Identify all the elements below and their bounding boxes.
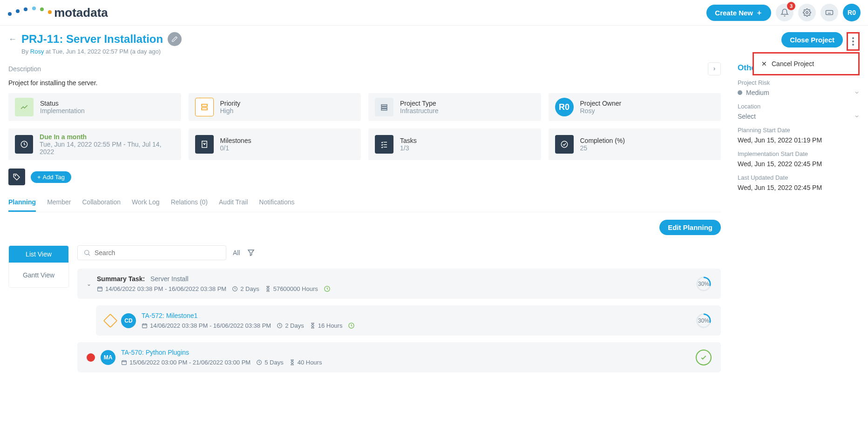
task-avatar: MA	[101, 350, 115, 365]
milestone-icon	[195, 135, 214, 154]
cancel-project-item[interactable]: ✕ Cancel Project	[761, 60, 851, 67]
project-type-card[interactable]: Project Type Infrastructure	[368, 93, 541, 121]
collapse-toggle[interactable]: ⌄	[87, 281, 91, 287]
calendar-icon	[97, 286, 103, 292]
description-label: Description	[8, 65, 41, 73]
keyboard-button[interactable]	[821, 4, 838, 21]
svg-point-4	[852, 44, 854, 46]
chevron-down-icon	[854, 114, 860, 119]
close-project-button[interactable]: Close Project	[781, 32, 843, 47]
priority-icon	[195, 98, 214, 116]
svg-rect-5	[202, 104, 207, 107]
clock-icon	[15, 135, 33, 154]
project-tabs: Planning Member Collaboration Work Log R…	[8, 194, 721, 212]
topbar: motadata Create New ＋ 3 R0	[0, 0, 868, 26]
calendar-icon	[142, 323, 148, 329]
tab-relations[interactable]: Relations (0)	[171, 194, 208, 212]
svg-rect-20	[142, 324, 147, 328]
filter-all-label: All	[233, 249, 240, 256]
svg-point-3	[852, 40, 854, 42]
milestone-task-card[interactable]: CD TA-572: Milestone1 14/06/2022 03:38 P…	[96, 305, 721, 336]
dots-vertical-icon	[852, 37, 854, 46]
plus-icon: ＋	[756, 8, 763, 17]
cancel-project-label: Cancel Project	[772, 60, 814, 67]
edit-planning-button[interactable]: Edit Planning	[659, 220, 721, 235]
layers-icon	[375, 98, 393, 116]
tab-notifications[interactable]: Notifications	[259, 194, 294, 212]
check-icon	[700, 354, 707, 361]
other-info-panel: Other Info Project Risk Medium Location …	[729, 57, 860, 379]
calendar-icon	[121, 359, 127, 365]
collapse-sidebar-button[interactable]	[708, 62, 721, 75]
settings-button[interactable]	[798, 4, 816, 21]
project-owner-card[interactable]: R0 Project Owner Rosy	[549, 93, 721, 121]
svg-rect-9	[381, 109, 387, 110]
tab-worklog[interactable]: Work Log	[132, 194, 160, 212]
project-risk-select[interactable]: Medium	[738, 89, 860, 96]
create-new-button[interactable]: Create New ＋	[706, 5, 771, 21]
task-card[interactable]: MA TA-570: Python Plugins 15/06/2022 03:…	[77, 342, 721, 372]
check-circle-icon	[555, 135, 574, 154]
add-tag-button[interactable]: + Add Tag	[31, 171, 71, 183]
svg-rect-1	[826, 11, 833, 15]
tasks-card[interactable]: Tasks 1/3	[368, 128, 541, 160]
svg-point-14	[85, 250, 89, 255]
svg-rect-8	[381, 107, 387, 108]
search-icon	[83, 249, 91, 256]
clock-icon	[256, 359, 262, 365]
more-actions-button[interactable]	[847, 32, 860, 51]
tag-icon	[8, 169, 25, 185]
pencil-icon	[171, 36, 178, 42]
notification-button[interactable]: 3	[776, 4, 793, 21]
hourglass-icon	[289, 359, 295, 365]
user-avatar[interactable]: R0	[843, 4, 861, 21]
clock-green-icon	[324, 285, 331, 292]
project-header: ← PRJ-11: Server Installation By Rosy at…	[8, 32, 860, 55]
gantt-view-option[interactable]: Gantt View	[9, 263, 68, 287]
view-switch: List View Gantt View	[8, 245, 69, 288]
svg-rect-7	[381, 105, 387, 106]
filter-icon[interactable]	[247, 249, 255, 257]
completion-card[interactable]: Completion (%) 25	[549, 128, 721, 160]
byline-author[interactable]: Rosy	[30, 48, 44, 55]
trend-icon	[15, 98, 34, 116]
progress-ring: 30%	[696, 313, 712, 329]
risk-dot-icon	[738, 90, 742, 95]
tab-member[interactable]: Member	[47, 194, 71, 212]
task-avatar: CD	[121, 313, 136, 328]
milestones-card[interactable]: Milestones 0/1	[189, 128, 361, 160]
edit-title-button[interactable]	[168, 32, 182, 46]
search-input[interactable]	[95, 249, 220, 256]
keyboard-icon	[825, 8, 834, 17]
description-text: Project for installing the server.	[8, 79, 721, 87]
search-field[interactable]	[77, 245, 226, 260]
project-title: PRJ-11: Server Installation	[21, 33, 163, 46]
svg-rect-15	[98, 287, 102, 291]
task-link[interactable]: TA-572: Milestone1	[142, 312, 197, 319]
tab-planning[interactable]: Planning	[8, 194, 36, 212]
close-icon: ✕	[761, 60, 767, 67]
priority-card[interactable]: Priority High	[189, 93, 361, 121]
svg-rect-6	[202, 108, 207, 110]
plus-icon: +	[37, 174, 41, 181]
tab-audit[interactable]: Audit Trail	[219, 194, 248, 212]
priority-dot-icon	[87, 353, 95, 362]
task-link[interactable]: TA-570: Python Plugins	[121, 349, 189, 356]
create-new-label: Create New	[715, 9, 753, 17]
bell-icon	[780, 8, 789, 17]
svg-rect-25	[122, 361, 127, 365]
last-updated-value: Wed, Jun 15, 2022 02:45 PM	[738, 184, 860, 191]
back-button[interactable]: ←	[8, 34, 17, 44]
location-select[interactable]: Select	[738, 113, 860, 120]
svg-point-2	[852, 37, 854, 39]
implementation-start-value: Wed, Jun 15, 2022 02:45 PM	[738, 160, 860, 168]
tab-collaboration[interactable]: Collaboration	[82, 194, 121, 212]
status-card[interactable]: Status Implementation	[8, 93, 181, 121]
list-view-option[interactable]: List View	[9, 246, 68, 263]
more-actions-menu: ✕ Cancel Project	[753, 52, 860, 75]
svg-point-0	[806, 12, 808, 14]
summary-task-card[interactable]: ⌄ Summary Task: Server Install 14/06/202…	[77, 269, 721, 299]
checklist-icon	[375, 135, 393, 154]
notification-count: 3	[787, 2, 795, 10]
due-card[interactable]: Due In a month Tue, Jun 14, 2022 02:55 P…	[8, 128, 181, 160]
